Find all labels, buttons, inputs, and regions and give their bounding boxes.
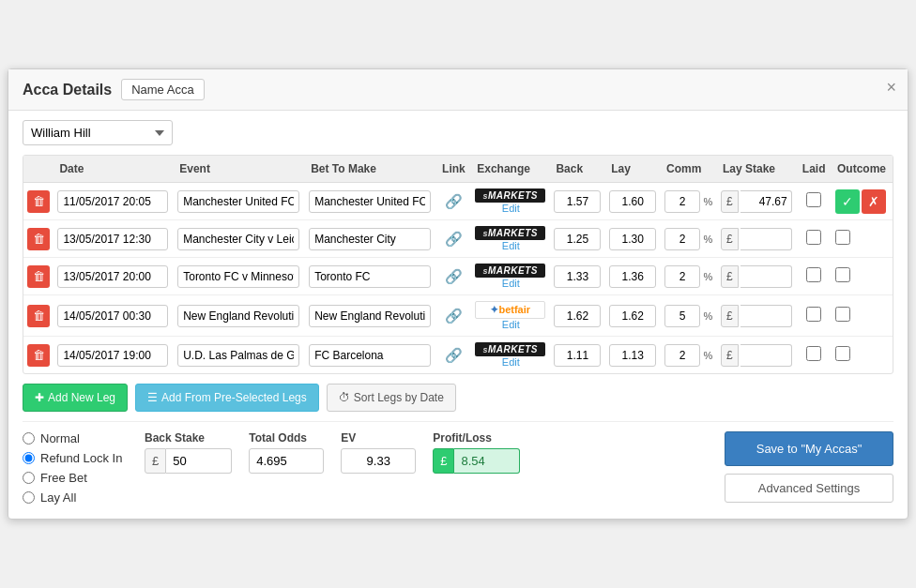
smarkets-logo: sMARKETS [475, 188, 545, 203]
ev-label: EV [341, 431, 416, 445]
lay-odds-input[interactable] [609, 265, 656, 288]
laid-checkbox[interactable] [806, 267, 821, 282]
date-input[interactable] [57, 228, 168, 250]
outcome-success-button[interactable]: ✓ [835, 189, 860, 214]
event-input[interactable] [177, 228, 299, 250]
back-stake-label: Back Stake [145, 431, 232, 445]
pct-label: % [703, 271, 712, 282]
radio-freebet-label: Free Bet [40, 471, 87, 485]
comm-input[interactable] [664, 228, 700, 250]
col-outcome: Outcome [832, 156, 893, 183]
lay-stake-input[interactable] [740, 265, 792, 288]
link-icon[interactable]: 🔗 [445, 268, 463, 284]
radio-refund-input[interactable] [23, 452, 35, 464]
back-odds-input[interactable] [554, 305, 601, 327]
table-row: 🗑🔗 sMARKETS Edit % £ [23, 220, 893, 258]
radio-normal-input[interactable] [23, 432, 35, 445]
delete-leg-button[interactable]: 🗑 [27, 344, 50, 367]
bet-input[interactable] [309, 228, 431, 250]
exchange-edit-link[interactable]: Edit [475, 319, 546, 330]
betfair-logo: ✦betfair [475, 301, 545, 319]
back-odds-input[interactable] [554, 344, 601, 367]
lay-stake-prefix: £ [721, 305, 739, 327]
save-button[interactable]: Save to "My Accas" [725, 431, 893, 466]
laid-checkbox[interactable] [806, 230, 821, 245]
laid-checkbox[interactable] [806, 307, 821, 322]
total-odds-input[interactable] [249, 448, 324, 474]
profit-input[interactable] [454, 448, 520, 474]
comm-input[interactable] [664, 265, 700, 288]
date-input[interactable] [57, 344, 168, 367]
link-icon[interactable]: 🔗 [445, 231, 463, 247]
lay-odds-input[interactable] [609, 228, 656, 250]
lay-stake-input[interactable] [740, 305, 792, 327]
laid-checkbox[interactable] [806, 192, 821, 207]
outcome-checkbox[interactable] [835, 230, 850, 245]
profit-loss-field: Profit/Loss £ [433, 431, 520, 474]
radio-free-bet[interactable]: Free Bet [23, 471, 126, 485]
lay-stake-input[interactable] [740, 228, 792, 250]
event-input[interactable] [177, 190, 299, 213]
bet-input[interactable] [309, 265, 431, 288]
back-odds-input[interactable] [554, 228, 601, 250]
delete-leg-button[interactable]: 🗑 [27, 190, 50, 213]
lay-odds-input[interactable] [609, 190, 656, 213]
laid-checkbox[interactable] [806, 346, 821, 361]
radio-freebet-input[interactable] [23, 472, 35, 484]
lay-odds-input[interactable] [609, 305, 656, 327]
link-icon[interactable]: 🔗 [445, 308, 463, 324]
link-icon[interactable]: 🔗 [445, 193, 463, 209]
event-input[interactable] [177, 265, 299, 288]
radio-lay-all[interactable]: Lay All [23, 490, 126, 505]
outcome-checkbox[interactable] [835, 267, 850, 282]
name-acca-button[interactable]: Name Acca [121, 79, 204, 100]
right-panel: Save to "My Accas" Advanced Settings [725, 431, 893, 503]
exchange-edit-link[interactable]: Edit [475, 278, 546, 289]
comm-input[interactable] [664, 344, 700, 367]
col-date: Date [53, 156, 174, 183]
date-input[interactable] [57, 305, 168, 327]
date-input[interactable] [57, 190, 168, 213]
comm-input[interactable] [664, 190, 700, 213]
outcome-checkbox[interactable] [835, 346, 850, 361]
ev-field: EV [341, 431, 416, 474]
delete-leg-button[interactable]: 🗑 [27, 228, 50, 250]
back-stake-prefix: £ [145, 448, 166, 474]
ev-input[interactable] [341, 448, 416, 474]
outcome-danger-button[interactable]: ✗ [862, 189, 886, 214]
back-stake-input[interactable] [166, 448, 232, 474]
delete-leg-button[interactable]: 🗑 [27, 305, 50, 327]
radio-refund-lock-in[interactable]: Refund Lock In [23, 451, 126, 465]
lay-odds-input[interactable] [609, 344, 656, 367]
close-button[interactable]: × [886, 79, 896, 96]
back-odds-input[interactable] [554, 190, 601, 213]
back-odds-input[interactable] [554, 265, 601, 288]
add-new-leg-button[interactable]: ✚ Add New Leg [23, 384, 128, 412]
exchange-edit-link[interactable]: Edit [475, 240, 546, 251]
date-input[interactable] [57, 265, 168, 288]
radio-normal-label: Normal [40, 431, 80, 445]
event-input[interactable] [177, 305, 299, 327]
add-preselected-button[interactable]: ☰ Add From Pre-Selected Legs [135, 384, 319, 412]
radio-normal[interactable]: Normal [23, 431, 126, 445]
bet-input[interactable] [309, 344, 431, 367]
clock-icon: ⏱ [339, 391, 350, 404]
event-input[interactable] [177, 344, 299, 367]
lay-stake-input[interactable] [740, 344, 792, 367]
bookmaker-select[interactable]: William Hill Betfair Smarkets Betway [23, 120, 173, 145]
outcome-checkbox[interactable] [835, 307, 850, 322]
advanced-settings-button[interactable]: Advanced Settings [725, 474, 893, 503]
comm-input[interactable] [664, 305, 700, 327]
exchange-edit-link[interactable]: Edit [475, 203, 546, 214]
radio-layall-input[interactable] [23, 491, 35, 504]
bet-input[interactable] [309, 305, 431, 327]
sort-legs-button[interactable]: ⏱ Sort Legs by Date [327, 384, 456, 412]
legs-table-wrap: Date Event Bet To Make Link Exchange Bac… [23, 155, 893, 374]
delete-leg-button[interactable]: 🗑 [27, 265, 50, 288]
lay-stake-input[interactable] [740, 190, 792, 213]
exchange-edit-link[interactable]: Edit [475, 356, 546, 368]
smarkets-logo: sMARKETS [475, 342, 545, 356]
bet-input[interactable] [309, 190, 431, 213]
radio-layall-label: Lay All [40, 490, 76, 505]
link-icon[interactable]: 🔗 [445, 347, 463, 363]
